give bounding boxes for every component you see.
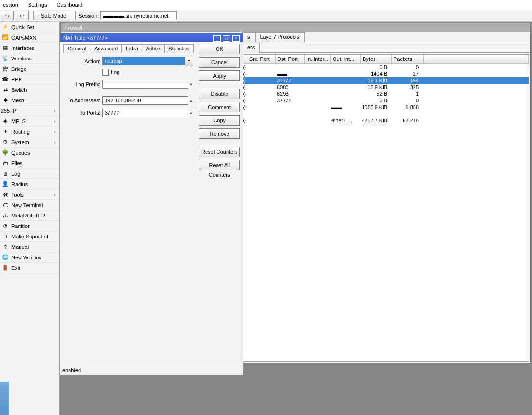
cell: 0 B [359, 97, 389, 104]
sidebar-item-make-supout-rif[interactable]: 🗋Make Supout.rif [0, 231, 59, 242]
to-addresses-input[interactable]: 192.168.89.250 [102, 96, 188, 105]
minimize-icon[interactable]: _ [213, 35, 221, 42]
sidebar-icon: 255 [2, 108, 9, 114]
sidebar-item-exit[interactable]: 🚪Exit [0, 263, 59, 273]
row-action: Action: netmap ▼ [63, 57, 193, 66]
col-src-port[interactable]: Src. Port [247, 55, 276, 63]
sidebar-item-bridge[interactable]: 🕸Bridge [0, 64, 59, 74]
sidebar-item-wireless[interactable]: 📡Wireless [0, 53, 59, 64]
sidebar-icon: ☎ [2, 76, 9, 83]
sidebar-item-capsman[interactable]: 📶CAPsMAN [0, 32, 59, 43]
col-in-inter[interactable]: In. Inter... [305, 55, 331, 63]
firewall-tab-layer7[interactable]: Layer7 Protocols [255, 32, 305, 42]
cell [329, 64, 359, 70]
log-checkbox[interactable] [102, 69, 109, 76]
nat-apply-button[interactable]: Apply [199, 70, 240, 81]
nat-reset-counters-button[interactable]: Reset Counters [199, 147, 240, 157]
sidebar-item-mpls[interactable]: ◈MPLS▹ [0, 116, 59, 127]
sidebar-item-new-terminal[interactable]: 🖵New Terminal [0, 200, 59, 210]
log-prefix-expand[interactable]: ▼ [188, 82, 193, 87]
cell: 1 [389, 90, 421, 97]
firewall-tab-partial[interactable]: s [242, 32, 256, 42]
safe-mode-button[interactable]: Safe Mode [37, 11, 70, 20]
cell: 15.9 KiB [359, 84, 389, 90]
nat-ok-button[interactable]: OK [199, 44, 240, 54]
nat-disable-button[interactable]: Disable [199, 89, 240, 99]
sidebar-label: MPLS [11, 119, 26, 124]
firewall-title[interactable]: Firewall [61, 23, 530, 32]
sidebar-item-log[interactable]: 🗎Log [0, 168, 59, 179]
sidebar-item-ppp[interactable]: ☎PPP [0, 74, 59, 85]
cell [275, 110, 304, 117]
to-ports-input[interactable]: 37777 [102, 109, 188, 117]
redo-button[interactable]: ↩ [16, 11, 29, 20]
nat-cancel-button[interactable]: Cancel [199, 57, 240, 68]
cell: 0 [389, 64, 421, 70]
sidebar-item-metarouter[interactable]: 🖧MetaROUTER [0, 210, 59, 221]
close-icon[interactable]: × [232, 35, 240, 42]
to-addresses-expand[interactable]: ▲ [188, 99, 193, 103]
undo-button[interactable]: ↪ [1, 11, 14, 20]
sidebar-icon: ⚡ [2, 24, 9, 30]
nat-tab-advanced[interactable]: Advanced [90, 44, 122, 53]
sidebar-label: Exit [11, 265, 20, 271]
sidebar-label: Quick Set [11, 24, 34, 30]
action-dropdown-button[interactable]: ▼ [185, 57, 193, 66]
cell [304, 84, 329, 90]
sidebar-icon: 📡 [2, 55, 9, 62]
col-dst-port[interactable]: Dst. Port [276, 55, 305, 63]
undo-icon: ↪ [5, 13, 10, 19]
sidebar-item-mesh[interactable]: ✱Mesh [0, 95, 59, 106]
nat-tabs: GeneralAdvancedExtraActionStatistics [63, 44, 193, 53]
sidebar-label: Mesh [11, 98, 24, 103]
col-bytes[interactable]: Bytes [361, 55, 392, 63]
sidebar-label: Radius [11, 181, 28, 187]
cell [304, 110, 329, 117]
nat-comment-button[interactable]: Comment [199, 102, 240, 112]
menu-settings[interactable]: Settings [28, 2, 47, 8]
menu-dashboard[interactable]: Dashboard [57, 2, 83, 8]
nat-form-panel: GeneralAdvancedExtraActionStatistics Act… [60, 42, 196, 366]
firewall-subtab-partial[interactable]: ers [242, 43, 260, 53]
sidebar-label: Switch [11, 87, 27, 93]
sidebar-label: Bridge [11, 66, 27, 72]
to-ports-expand[interactable]: ▲ [188, 111, 193, 115]
nat-tab-general[interactable]: General [63, 44, 90, 53]
nat-titlebar[interactable]: NAT Rule <37777> _ □ × [60, 33, 243, 42]
sidebar-item-new-winbox[interactable]: 🌐New WinBox [0, 252, 59, 263]
sidebar-item-ip[interactable]: 255IP▹ [0, 106, 59, 116]
cell: 1065.9 KiB [359, 104, 389, 110]
sidebar-icon: 🗎 [2, 170, 9, 177]
sidebar-item-files[interactable]: 🗀Files [0, 158, 59, 168]
action-select[interactable]: netmap [102, 57, 185, 65]
sidebar-item-interfaces[interactable]: ▦Interfaces [0, 43, 59, 53]
log-prefix-input[interactable] [102, 80, 188, 89]
sidebar-label: IP [11, 108, 16, 114]
sidebar-item-quick-set[interactable]: ⚡Quick Set [0, 22, 59, 32]
sidebar-icon: 🖵 [2, 202, 9, 208]
nat-tab-action[interactable]: Action [142, 44, 165, 53]
nat-tab-statistics[interactable]: Statistics [164, 44, 194, 53]
nat-copy-button[interactable]: Copy [199, 115, 240, 126]
sidebar-item-queues[interactable]: 🌳Queues [0, 148, 59, 158]
sidebar-icon: 🌳 [2, 149, 9, 156]
nat-tab-extra[interactable]: Extra [121, 44, 142, 53]
col-packets[interactable]: Packets [392, 55, 424, 63]
sidebar-item-routing[interactable]: ✈Routing▹ [0, 127, 59, 137]
nat-remove-button[interactable]: Remove [199, 128, 240, 139]
sidebar-label: Files [11, 160, 22, 166]
sidebar-icon: ✈ [2, 128, 9, 135]
sidebar-item-partition[interactable]: ◔Partition [0, 221, 59, 231]
sidebar-item-tools[interactable]: 🛠Tools▹ [0, 189, 59, 200]
nat-reset-all-counters-button[interactable]: Reset All Counters [199, 160, 240, 170]
maximize-icon[interactable]: □ [223, 35, 230, 42]
sidebar-item-manual[interactable]: ?Manual [0, 242, 59, 252]
sidebar-item-radius[interactable]: 👤Radius [0, 179, 59, 189]
sidebar-item-switch[interactable]: ⇄Switch [0, 85, 59, 95]
sidebar-icon: 📶 [2, 34, 9, 41]
menu-session[interactable]: ession [3, 2, 18, 8]
cell [247, 110, 275, 117]
sidebar-item-system[interactable]: ⚙System▹ [0, 137, 59, 148]
col-out-int[interactable]: Out. Int... [331, 55, 361, 63]
cell: 4257.7 KiB [359, 117, 389, 124]
